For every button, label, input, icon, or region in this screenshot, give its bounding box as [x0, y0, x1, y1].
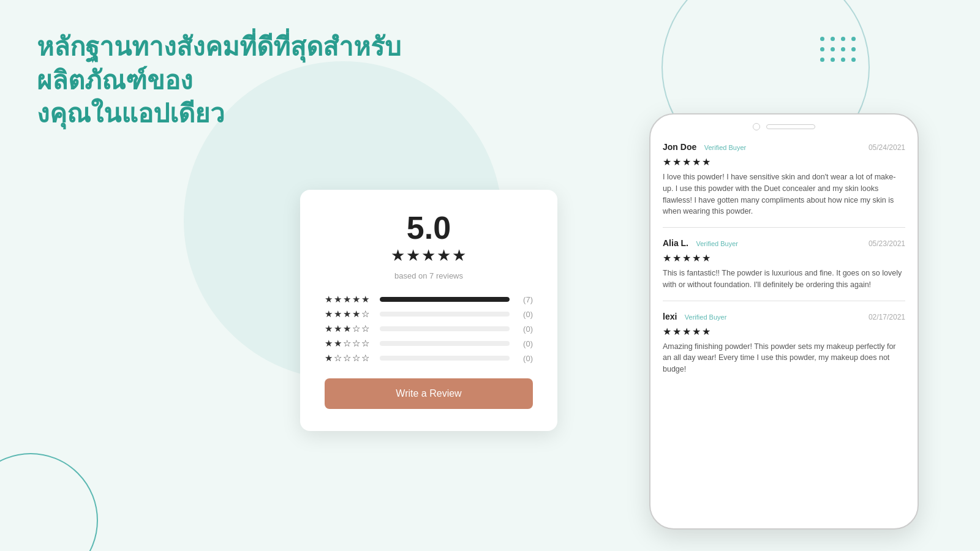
review-header-1: Jon Doe Verified Buyer 05/24/2021 [663, 141, 905, 152]
stars-label-2: ★★☆☆☆ [325, 338, 374, 349]
rating-score: 5.0 [325, 212, 533, 244]
review-date-1: 05/24/2021 [869, 143, 905, 152]
bar-count-5: (7) [516, 295, 533, 304]
phone-speaker [766, 124, 815, 129]
star-row-5: ★★★★★ (7) [325, 294, 533, 305]
bar-fill-5 [380, 297, 510, 302]
reviewer-name-3: lexi [663, 312, 677, 321]
review-text-3: Amazing finishing powder! This powder se… [663, 341, 905, 375]
verified-badge-1: Verified Buyer [704, 144, 746, 151]
review-header-3: lexi Verified Buyer 02/17/2021 [663, 311, 905, 322]
bg-circle-bottom-left [0, 453, 98, 551]
review-date-3: 02/17/2021 [869, 313, 905, 321]
reviewer-name-1: Jon Doe [663, 142, 696, 152]
stars-label-1: ★☆☆☆☆ [325, 353, 374, 364]
bar-count-2: (0) [516, 339, 533, 348]
bar-count-4: (0) [516, 310, 533, 319]
star-row-1: ★☆☆☆☆ (0) [325, 353, 533, 364]
reviewer-name-2: Alia L. [663, 238, 688, 248]
bar-count-3: (0) [516, 324, 533, 334]
write-review-button[interactable]: Write a Review [325, 378, 533, 409]
review-stars-1: ★★★★★ [663, 156, 905, 168]
bar-count-1: (0) [516, 354, 533, 363]
page-heading: หลักฐานทางสังคมที่ดีที่สุดสำหรับผลิตภัณฑ… [37, 31, 466, 131]
star-row-2: ★★☆☆☆ (0) [325, 338, 533, 349]
phone-content: Jon Doe Verified Buyer 05/24/2021 ★★★★★ … [650, 137, 918, 516]
star-row-4: ★★★★☆ (0) [325, 309, 533, 320]
review-author-3: lexi Verified Buyer [663, 311, 726, 322]
review-item-1: Jon Doe Verified Buyer 05/24/2021 ★★★★★ … [663, 141, 905, 228]
review-stars-2: ★★★★★ [663, 252, 905, 264]
bar-2 [380, 341, 510, 346]
phone-frame: Jon Doe Verified Buyer 05/24/2021 ★★★★★ … [649, 113, 919, 530]
review-stars-3: ★★★★★ [663, 326, 905, 337]
verified-badge-2: Verified Buyer [696, 240, 737, 247]
rating-card: 5.0 ★★★★★ based on 7 reviews ★★★★★ (7) ★… [300, 190, 557, 431]
review-date-2: 05/23/2021 [869, 239, 905, 248]
star-breakdown: ★★★★★ (7) ★★★★☆ (0) ★★★☆☆ (0) ★★☆☆☆ [325, 294, 533, 364]
rating-based-on: based on 7 reviews [325, 271, 533, 280]
review-item-3: lexi Verified Buyer 02/17/2021 ★★★★★ Ama… [663, 311, 905, 385]
verified-badge-3: Verified Buyer [685, 313, 726, 321]
review-item-2: Alia L. Verified Buyer 05/23/2021 ★★★★★ … [663, 238, 905, 301]
bar-3 [380, 326, 510, 331]
review-author-2: Alia L. Verified Buyer [663, 238, 738, 249]
rating-stars-big: ★★★★★ [325, 246, 533, 265]
heading-line1: หลักฐานทางสังคมที่ดีที่สุดสำหรับผลิตภัณฑ… [37, 32, 401, 95]
stars-label-4: ★★★★☆ [325, 309, 374, 320]
bar-1 [380, 356, 510, 361]
stars-label-5: ★★★★★ [325, 294, 374, 305]
bar-5 [380, 297, 510, 302]
review-header-2: Alia L. Verified Buyer 05/23/2021 [663, 238, 905, 249]
star-row-3: ★★★☆☆ (0) [325, 323, 533, 334]
bar-4 [380, 312, 510, 317]
phone-camera-dot [753, 123, 760, 130]
review-text-2: This is fantastic!! The powder is luxuri… [663, 268, 905, 291]
phone-top-bar [650, 114, 918, 137]
review-author-1: Jon Doe Verified Buyer [663, 141, 746, 152]
stars-label-3: ★★★☆☆ [325, 323, 374, 334]
heading-line2: งคุณในแอปเดียว [37, 99, 225, 128]
dots-grid [820, 37, 858, 64]
review-text-1: I love this powder! I have sensitive ski… [663, 171, 905, 217]
